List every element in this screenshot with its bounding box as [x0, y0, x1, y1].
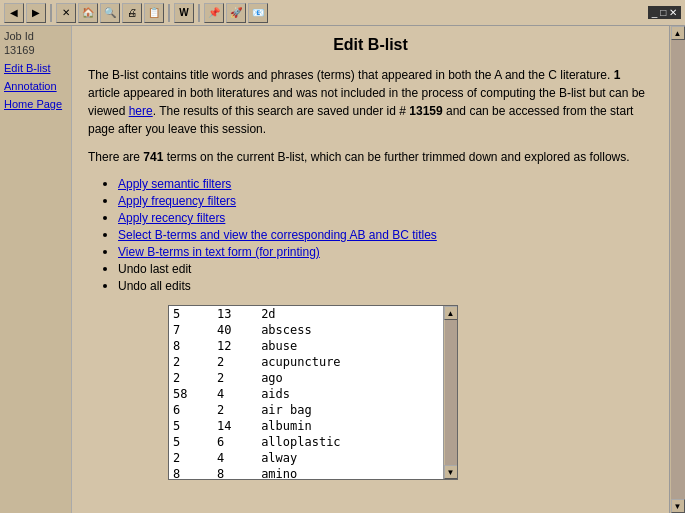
- table-cell-col3: abscess: [257, 322, 443, 338]
- description-text-3: . The results of this search are saved u…: [153, 104, 410, 118]
- toolbar: ◀ ▶ ✕ 🏠 🔍 🖨 📋 W 📌 🚀 📧 _ □ ✕: [0, 0, 685, 26]
- data-table-container: 5132d740abscess812abuse22acupuncture22ag…: [168, 305, 458, 480]
- table-cell-col3: alloplastic: [257, 434, 443, 450]
- toolbar-separator-2: [168, 4, 170, 22]
- print-button[interactable]: 🖨: [122, 3, 142, 23]
- table-cell-col2: 14: [213, 418, 257, 434]
- table-row: 22acupuncture: [169, 354, 443, 370]
- table-cell-col2: 2: [213, 354, 257, 370]
- table-row: 812abuse: [169, 338, 443, 354]
- table-cell-col2: 40: [213, 322, 257, 338]
- main-scrollbar: ▲ ▼: [669, 26, 685, 513]
- window-controls: _ □ ✕: [648, 6, 681, 19]
- sidebar-item-home-page[interactable]: Home Page: [4, 98, 67, 110]
- table-cell-col2: 4: [213, 450, 257, 466]
- table-cell-col3: ago: [257, 370, 443, 386]
- terms-count: 741: [143, 150, 163, 164]
- table-cell-col1: 7: [169, 322, 213, 338]
- email-button[interactable]: 📧: [248, 3, 268, 23]
- table-cell-col3: alway: [257, 450, 443, 466]
- scroll-up-arrow[interactable]: ▲: [671, 26, 685, 40]
- table-cell-col3: aids: [257, 386, 443, 402]
- table-cell-col1: 5: [169, 434, 213, 450]
- action-link-1[interactable]: Apply frequency filters: [118, 194, 236, 208]
- terms-text-2: terms on the current B-list, which can b…: [163, 150, 629, 164]
- table-scrollbar: ▲ ▼: [443, 306, 457, 479]
- action-link-4[interactable]: View B-terms in text form (for printing): [118, 245, 320, 259]
- launch-button[interactable]: 🚀: [226, 3, 246, 23]
- table-cell-col2: 8: [213, 466, 257, 480]
- table-scroll-up[interactable]: ▲: [444, 306, 458, 320]
- table-cell-col1: 8: [169, 338, 213, 354]
- scroll-down-arrow[interactable]: ▼: [671, 499, 685, 513]
- description-article-count: 1: [614, 68, 621, 82]
- action-item-0: Apply semantic filters: [118, 176, 653, 191]
- table-row: 62air bag: [169, 402, 443, 418]
- forward-button[interactable]: ▶: [26, 3, 46, 23]
- sidebar-item-edit-blist[interactable]: Edit B-list: [4, 62, 67, 74]
- table-cell-col3: amino: [257, 466, 443, 480]
- action-text-6: Undo all edits: [118, 279, 191, 293]
- back-button[interactable]: ◀: [4, 3, 24, 23]
- table-row: 740abscess: [169, 322, 443, 338]
- table-row: 5132d: [169, 306, 443, 322]
- page-title: Edit B-list: [88, 36, 653, 54]
- content-area: Edit B-list The B-list contains title wo…: [72, 26, 669, 513]
- table-row: 56alloplastic: [169, 434, 443, 450]
- pin-button[interactable]: 📌: [204, 3, 224, 23]
- table-cell-col3: abuse: [257, 338, 443, 354]
- toolbar-separator-3: [198, 4, 200, 22]
- table-cell-col2: 6: [213, 434, 257, 450]
- table-row: 22ago: [169, 370, 443, 386]
- table-cell-col2: 4: [213, 386, 257, 402]
- table-cell-col3: acupuncture: [257, 354, 443, 370]
- table-cell-col3: air bag: [257, 402, 443, 418]
- toolbar-separator-1: [50, 4, 52, 22]
- search-id: 13159: [409, 104, 442, 118]
- table-cell-col2: 13: [213, 306, 257, 322]
- action-item-5: Undo last edit: [118, 261, 653, 276]
- sidebar-item-annotation[interactable]: Annotation: [4, 80, 67, 92]
- description-paragraph: The B-list contains title words and phra…: [88, 66, 653, 138]
- action-text-5: Undo last edit: [118, 262, 191, 276]
- action-link-2[interactable]: Apply recency filters: [118, 211, 225, 225]
- action-item-3: Select B-terms and view the correspondin…: [118, 227, 653, 242]
- table-cell-col2: 12: [213, 338, 257, 354]
- terms-text-1: There are: [88, 150, 143, 164]
- table-cell-col3: 2d: [257, 306, 443, 322]
- table-cell-col1: 2: [169, 370, 213, 386]
- table-row: 24alway: [169, 450, 443, 466]
- table-row: 584aids: [169, 386, 443, 402]
- table-row: 514albumin: [169, 418, 443, 434]
- home-button[interactable]: 🏠: [78, 3, 98, 23]
- action-item-1: Apply frequency filters: [118, 193, 653, 208]
- search-button[interactable]: 🔍: [100, 3, 120, 23]
- table-scroll-track: [445, 320, 457, 465]
- table-cell-col1: 8: [169, 466, 213, 480]
- table-row: 88amino: [169, 466, 443, 480]
- action-list: Apply semantic filtersApply frequency fi…: [118, 176, 653, 293]
- description-text-1: The B-list contains title words and phra…: [88, 68, 614, 82]
- action-item-4: View B-terms in text form (for printing): [118, 244, 653, 259]
- data-table: 5132d740abscess812abuse22acupuncture22ag…: [169, 306, 443, 480]
- action-item-2: Apply recency filters: [118, 210, 653, 225]
- sidebar-job-id-label: Job Id: [4, 30, 67, 42]
- table-cell-col1: 58: [169, 386, 213, 402]
- table-scroll-down[interactable]: ▼: [444, 465, 458, 479]
- stop-button[interactable]: ✕: [56, 3, 76, 23]
- action-item-6: Undo all edits: [118, 278, 653, 293]
- table-cell-col1: 2: [169, 354, 213, 370]
- table-cell-col1: 5: [169, 306, 213, 322]
- table-cell-col1: 6: [169, 402, 213, 418]
- action-link-3[interactable]: Select B-terms and view the correspondin…: [118, 228, 437, 242]
- table-cell-col2: 2: [213, 370, 257, 386]
- table-cell-col3: albumin: [257, 418, 443, 434]
- sidebar-job-id-value: 13169: [4, 44, 67, 56]
- copy-button[interactable]: 📋: [144, 3, 164, 23]
- table-cell-col1: 5: [169, 418, 213, 434]
- sidebar: Job Id 13169 Edit B-list Annotation Home…: [0, 26, 72, 513]
- table-cell-col1: 2: [169, 450, 213, 466]
- action-link-0[interactable]: Apply semantic filters: [118, 177, 231, 191]
- here-link[interactable]: here: [129, 104, 153, 118]
- word-button[interactable]: W: [174, 3, 194, 23]
